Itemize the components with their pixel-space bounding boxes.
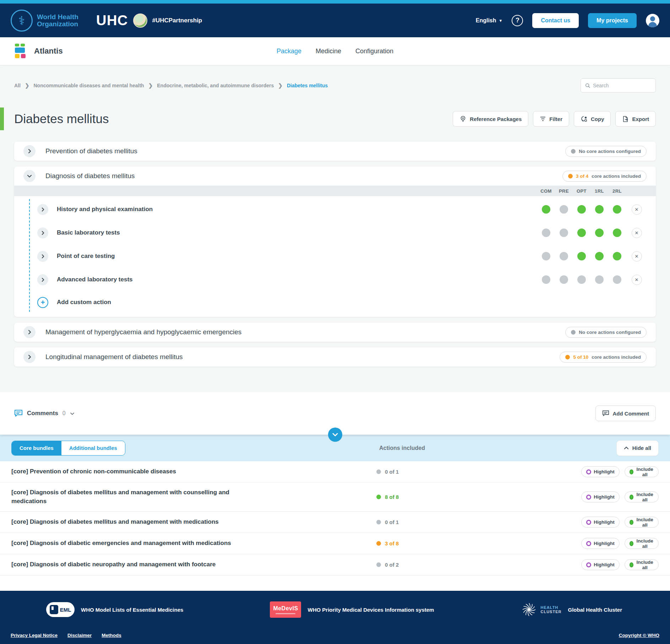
hide-all-button[interactable]: Hide all <box>616 440 659 456</box>
expand-chevron-icon[interactable] <box>37 227 48 238</box>
chevron-down-icon[interactable] <box>70 411 75 416</box>
opt-toggle[interactable] <box>577 275 586 284</box>
highlight-radio-icon <box>586 495 591 500</box>
status-badge: 3 of 4 core actions included <box>562 171 647 182</box>
filter-button[interactable]: Filter <box>533 111 569 127</box>
1rl-toggle[interactable] <box>595 275 604 284</box>
bundle-title: [core] Diagnosis of diabetes mellitus an… <box>11 518 253 527</box>
bundle-row: [core] Diagnosis of diabetic emergencies… <box>0 533 670 554</box>
disclaimer-link[interactable]: Disclaimer <box>67 633 92 638</box>
health-cluster-logo-group[interactable]: HEALTH CLUSTER Global Health Cluster <box>521 601 622 618</box>
bundle-title: [core] Prevention of chronic non-communi… <box>11 467 253 476</box>
2rl-toggle[interactable] <box>613 205 621 214</box>
com-toggle[interactable] <box>542 229 550 237</box>
privacy-link[interactable]: Privacy Legal Notice <box>11 633 58 638</box>
contact-us-button[interactable]: Contact us <box>532 13 579 28</box>
include-radio-icon <box>630 469 634 474</box>
methods-link[interactable]: Methods <box>102 633 121 638</box>
breadcrumb-subcategory[interactable]: Endocrine, metabolic, and autoimmune dis… <box>157 83 274 88</box>
uhc-logo[interactable]: UHC #UHCPartnership <box>96 12 202 28</box>
1rl-toggle[interactable] <box>595 229 604 237</box>
col-opt: OPT <box>573 188 590 194</box>
include-all-button[interactable]: Include all <box>625 559 659 570</box>
action-label: Point of care testing <box>57 253 115 260</box>
opt-toggle[interactable] <box>577 205 586 214</box>
search-icon <box>585 83 590 88</box>
opt-toggle[interactable] <box>577 229 586 237</box>
medevis-logo-icon: MeDevIS <box>270 601 301 618</box>
tab-medicine[interactable]: Medicine <box>316 48 341 55</box>
reference-packages-button[interactable]: Reference Packages <box>453 111 528 127</box>
pre-toggle[interactable] <box>560 252 568 260</box>
add-custom-action[interactable]: + Add custom action <box>14 291 656 313</box>
remove-action-button[interactable]: ✕ <box>632 275 642 285</box>
expand-chevron-icon[interactable] <box>37 204 48 215</box>
export-button[interactable]: Export <box>615 111 656 127</box>
tree-guide-line <box>29 199 30 312</box>
highlight-button[interactable]: Highlight <box>581 517 619 528</box>
remove-action-button[interactable]: ✕ <box>632 204 642 215</box>
include-all-button[interactable]: Include all <box>625 538 659 549</box>
2rl-toggle[interactable] <box>613 252 621 260</box>
status-dot <box>376 469 381 474</box>
tab-additional-bundles[interactable]: Additional bundles <box>61 441 125 455</box>
add-comment-button[interactable]: Add Comment <box>595 406 656 421</box>
atlantis-logo[interactable]: Atlantis <box>14 44 63 59</box>
expand-chevron-icon[interactable] <box>23 351 36 363</box>
help-icon[interactable]: ? <box>512 15 523 26</box>
include-all-button[interactable]: Include all <box>625 466 659 477</box>
1rl-toggle[interactable] <box>595 205 604 214</box>
user-avatar[interactable] <box>646 14 659 27</box>
section-header[interactable]: Management of hyperglycaemia and hypogly… <box>14 323 656 342</box>
col-1rl: 1RL <box>590 188 608 194</box>
section-header[interactable]: Diagnosis of diabetes mellitus 3 of 4 co… <box>14 166 656 186</box>
remove-action-button[interactable]: ✕ <box>632 228 642 238</box>
medevis-logo-group[interactable]: MeDevIS WHO Priority Medical Devices Inf… <box>270 601 434 618</box>
medevis-label: WHO Priority Medical Devices Information… <box>307 607 434 613</box>
include-all-button[interactable]: Include all <box>625 517 659 528</box>
tab-package[interactable]: Package <box>277 48 301 55</box>
highlight-radio-icon <box>586 541 591 546</box>
breadcrumb-all[interactable]: All <box>14 83 21 88</box>
highlight-button[interactable]: Highlight <box>581 538 619 549</box>
expand-chevron-icon[interactable] <box>37 274 48 285</box>
expand-chevron-icon[interactable] <box>23 326 36 338</box>
panel-collapse-button[interactable] <box>328 428 342 442</box>
com-toggle[interactable] <box>542 252 550 260</box>
com-toggle[interactable] <box>542 205 550 214</box>
language-selector[interactable]: English ▼ <box>476 17 503 24</box>
include-all-button[interactable]: Include all <box>625 491 659 502</box>
1rl-toggle[interactable] <box>595 252 604 260</box>
collapse-chevron-icon[interactable] <box>23 170 36 182</box>
eml-logo-group[interactable]: EML WHO Model Lists of Essential Medicin… <box>46 602 183 617</box>
chevron-right-icon: ❯ <box>25 82 29 89</box>
search-box[interactable] <box>581 78 656 93</box>
search-input[interactable] <box>593 83 651 88</box>
comment-icon <box>602 410 609 417</box>
section-header[interactable]: Prevention of diabetes mellitus No core … <box>14 142 656 161</box>
2rl-toggle[interactable] <box>613 275 621 284</box>
who-logo[interactable]: ⚕ World Health Organization <box>11 10 78 32</box>
expand-chevron-icon[interactable] <box>37 251 48 262</box>
section-header[interactable]: Longitudinal management of diabetes mell… <box>14 347 656 367</box>
highlight-button[interactable]: Highlight <box>581 491 619 502</box>
2rl-toggle[interactable] <box>613 229 621 237</box>
pre-toggle[interactable] <box>560 229 568 237</box>
opt-toggle[interactable] <box>577 252 586 260</box>
tab-configuration[interactable]: Configuration <box>355 48 393 55</box>
highlight-radio-icon <box>586 520 591 525</box>
highlight-radio-icon <box>586 469 591 474</box>
copyright-link[interactable]: Copyright © WHO <box>619 633 659 638</box>
export-icon <box>622 116 629 122</box>
my-projects-button[interactable]: My projects <box>588 13 637 28</box>
pre-toggle[interactable] <box>560 275 568 284</box>
highlight-button[interactable]: Highlight <box>581 466 619 477</box>
com-toggle[interactable] <box>542 275 550 284</box>
expand-chevron-icon[interactable] <box>23 145 36 157</box>
pre-toggle[interactable] <box>560 205 568 214</box>
copy-button[interactable]: Copy <box>574 111 611 127</box>
remove-action-button[interactable]: ✕ <box>632 251 642 262</box>
tab-core-bundles[interactable]: Core bundles <box>12 441 61 455</box>
highlight-button[interactable]: Highlight <box>581 559 619 570</box>
breadcrumb-category[interactable]: Noncommunicable diseases and mental heal… <box>33 83 144 88</box>
